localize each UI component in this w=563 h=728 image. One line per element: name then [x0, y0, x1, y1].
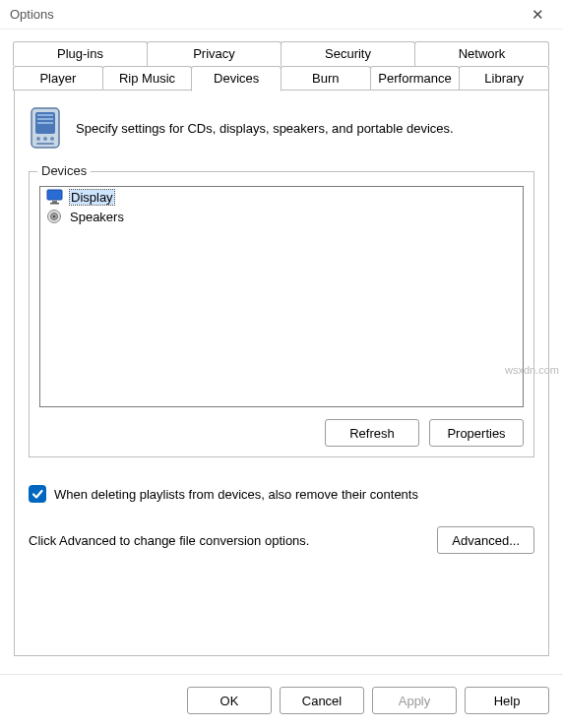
- apply-button[interactable]: Apply: [372, 687, 457, 714]
- svg-point-7: [50, 137, 54, 141]
- properties-button[interactable]: Properties: [429, 419, 524, 447]
- devices-group-label: Devices: [37, 163, 91, 178]
- svg-rect-4: [37, 122, 53, 124]
- tab-burn[interactable]: Burn: [281, 66, 371, 91]
- tab-rip-music[interactable]: Rip Music: [102, 66, 193, 91]
- pda-icon: [29, 106, 62, 150]
- tab-devices[interactable]: Devices: [191, 66, 282, 91]
- dialog-footer: OK Cancel Apply Help: [0, 674, 563, 728]
- speaker-icon: [46, 209, 64, 224]
- svg-point-14: [53, 215, 56, 218]
- device-label: Speakers: [70, 210, 124, 224]
- device-item-speakers[interactable]: Speakers: [40, 207, 523, 226]
- devices-groupbox: Devices Display: [29, 171, 534, 457]
- device-item-display[interactable]: Display: [40, 187, 523, 207]
- advanced-button[interactable]: Advanced...: [437, 526, 534, 554]
- tab-strip: Plug-ins Privacy Security Network Player…: [14, 41, 549, 91]
- close-button[interactable]: ✕: [520, 3, 555, 27]
- intro-row: Specify settings for CDs, displays, spea…: [29, 106, 534, 150]
- tab-row-2: Player Rip Music Devices Burn Performanc…: [14, 66, 549, 91]
- tab-plugins[interactable]: Plug-ins: [13, 41, 148, 66]
- tab-network[interactable]: Network: [414, 41, 549, 66]
- delete-playlists-checkbox-row: When deleting playlists from devices, al…: [29, 485, 534, 503]
- titlebar: Options ✕: [0, 0, 563, 30]
- advanced-row: Click Advanced to change file conversion…: [29, 526, 534, 554]
- cancel-button[interactable]: Cancel: [280, 687, 364, 714]
- svg-rect-2: [37, 114, 53, 116]
- svg-rect-11: [50, 203, 59, 205]
- device-listbox[interactable]: Display Speakers: [39, 186, 524, 407]
- tab-player[interactable]: Player: [13, 66, 103, 91]
- ok-button[interactable]: OK: [187, 687, 272, 714]
- device-label: Display: [70, 190, 114, 205]
- svg-rect-3: [37, 118, 53, 120]
- delete-playlists-label: When deleting playlists from devices, al…: [54, 487, 418, 502]
- tab-security[interactable]: Security: [281, 41, 415, 66]
- svg-rect-10: [52, 201, 57, 203]
- device-buttons-row: Refresh Properties: [39, 419, 524, 447]
- tab-privacy[interactable]: Privacy: [147, 41, 282, 66]
- svg-point-5: [36, 137, 40, 141]
- advanced-text: Click Advanced to change file conversion…: [29, 533, 309, 548]
- svg-rect-8: [36, 143, 54, 145]
- dialog-content: Plug-ins Privacy Security Network Player…: [0, 30, 563, 666]
- monitor-icon: [46, 189, 64, 205]
- svg-point-6: [43, 137, 47, 141]
- tab-row-1: Plug-ins Privacy Security Network: [14, 41, 549, 66]
- intro-text: Specify settings for CDs, displays, spea…: [76, 121, 454, 136]
- tab-library[interactable]: Library: [459, 66, 549, 91]
- window-title: Options: [10, 7, 54, 22]
- help-button[interactable]: Help: [465, 687, 549, 714]
- svg-rect-9: [47, 190, 62, 200]
- refresh-button[interactable]: Refresh: [325, 419, 419, 447]
- delete-playlists-checkbox[interactable]: [29, 485, 46, 503]
- close-icon: ✕: [532, 6, 544, 24]
- checkmark-icon: [31, 487, 44, 501]
- tab-performance[interactable]: Performance: [370, 66, 461, 91]
- tab-panel-devices: Specify settings for CDs, displays, spea…: [14, 90, 549, 656]
